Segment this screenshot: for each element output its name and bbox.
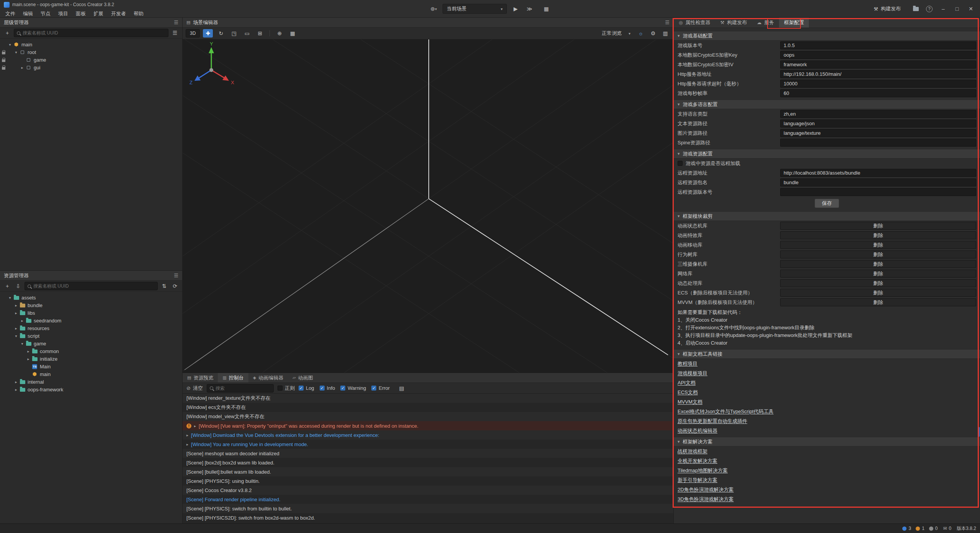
solution-link[interactable]: 新手引导解决方案 [674,475,980,485]
assets-search-input[interactable] [33,283,155,289]
hierarchy-search[interactable] [14,29,168,37]
filter-checkbox[interactable] [340,386,345,391]
expand-arrow-icon[interactable] [19,342,25,346]
doc-link[interactable]: ECS文档 [674,387,980,397]
menu-item[interactable]: 面板 [72,9,90,18]
assets-search[interactable] [24,282,158,290]
log-row[interactable]: [Scene] [PHYSICS]: using builtin. [183,476,673,486]
console-search[interactable] [207,384,274,392]
log-filter-toggle[interactable]: Error [371,385,390,391]
log-counter[interactable]: 3 [902,526,911,531]
lighting-toggle-icon[interactable] [636,29,646,38]
panel-menu-icon[interactable]: ☰ [665,20,670,25]
log-row[interactable]: [Window] You are running Vue in developm… [183,440,673,449]
log-row[interactable]: [Scene] meshopt wasm decoder initialized [183,449,673,458]
help-button[interactable]: ? [926,6,933,12]
log-counter[interactable]: 0 [929,526,938,531]
lock-icon[interactable] [2,59,5,62]
property-input[interactable] [780,188,976,196]
3d-mode-toggle[interactable]: 3D [186,29,200,38]
menu-item[interactable]: 帮助 [130,9,147,18]
property-input[interactable]: framework [780,60,976,69]
move-tool-icon[interactable] [203,29,213,38]
log-expand-arrow-icon[interactable] [186,442,188,446]
property-input[interactable]: zh,en [780,110,976,118]
add-node-button[interactable]: + [3,29,11,37]
property-input[interactable]: language/json [780,119,976,128]
build-publish-button[interactable]: ⚒构建发布 [874,5,901,12]
save-button[interactable]: 保存 [815,199,839,208]
log-row[interactable]: [Window] [Vue warn]: Property "onInput" … [183,421,673,430]
delete-button[interactable]: 删除 [780,222,976,230]
expand-arrow-icon[interactable] [7,296,13,300]
inspector-tab[interactable]: 框架配置 [779,18,809,28]
log-row[interactable]: [Scene] [bullet]:bullet wasm lib loaded. [183,467,673,476]
expand-arrow-icon[interactable] [19,319,25,323]
filter-checkbox[interactable] [371,386,376,391]
expand-arrow-icon[interactable] [13,334,19,338]
doc-link[interactable]: 教程项目 [674,359,980,368]
lock-icon[interactable] [2,52,5,54]
property-input[interactable]: http://192.168.0.150/main/ [780,70,976,78]
menu-item[interactable]: 节点 [37,9,54,18]
log-row[interactable]: [Scene] [PHYSICS]: switch from builtin t… [183,504,673,513]
log-row[interactable]: [Window] ecs文件夹不存在 [183,403,673,412]
tree-row[interactable]: internal [0,378,182,386]
tree-row[interactable]: seedrandom [0,317,182,324]
log-filter-toggle[interactable]: Log [299,385,314,391]
tree-row[interactable]: bundle [0,301,182,309]
delete-button[interactable]: 删除 [780,260,976,268]
log-row[interactable]: [Scene] [box2d]:box2d wasm lib loaded. [183,458,673,467]
scene-viewport[interactable]: Y X Z [183,39,673,373]
rect-tool-icon[interactable] [242,29,252,38]
play-button[interactable]: ▶ [511,4,521,13]
property-input[interactable]: 1.0.5 [780,41,976,49]
delete-button[interactable]: 删除 [780,279,976,287]
menu-item[interactable]: 扩展 [90,9,107,18]
console-tab[interactable]: 资源预览 [183,373,218,383]
section-header-resources[interactable]: 游戏资源配置 [674,149,980,159]
rotate-tool-icon[interactable] [216,29,226,38]
log-expand-arrow-icon[interactable] [194,424,196,428]
log-filter-toggle[interactable]: Warning [340,385,366,391]
filter-icon[interactable]: ☰ [171,29,179,37]
inspector-tab[interactable]: 属性检查器 [674,18,715,28]
log-filter-toggle[interactable]: Info [320,385,335,391]
tree-row[interactable]: assets [0,294,182,301]
log-row[interactable]: [Window] Download the Vue Devtools exten… [183,430,673,440]
console-tab[interactable]: 动画编辑器 [248,373,288,383]
expand-arrow-icon[interactable] [13,311,19,315]
refresh-icon[interactable]: ⟳ [171,282,179,290]
expand-arrow-icon[interactable] [25,357,31,361]
console-tab[interactable]: 动画图 [288,373,317,383]
scene-settings-icon[interactable] [648,29,658,38]
scrollbar-thumb[interactable] [978,427,980,437]
property-input[interactable]: http://localhost:8083/assets/bundle [780,169,976,177]
tree-row[interactable]: root [0,48,182,56]
doc-link[interactable]: MVVM文档 [674,397,980,407]
log-row[interactable]: [Scene] Forward render pipeline initiali… [183,495,673,504]
doc-link[interactable]: 原生包热更新配置自动生成插件 [674,416,980,426]
doc-link[interactable]: 动画状态机编辑器 [674,426,980,435]
view-mode-dropdown[interactable]: 正常浏览▾ [599,29,634,38]
regex-checkbox[interactable] [278,386,283,391]
axis-gizmo[interactable]: Y X Z [183,39,240,97]
tree-row[interactable]: game [0,56,182,64]
panel-menu-icon[interactable]: ☰ [174,20,178,25]
remote-load-checkbox[interactable] [678,161,683,166]
tree-row[interactable]: script [0,332,182,340]
property-input[interactable]: 10000 [780,80,976,88]
filter-checkbox[interactable] [320,386,325,391]
solution-link[interactable]: 战棋游戏框架 [674,446,980,456]
console-search-input[interactable] [216,386,271,391]
property-input[interactable]: language/texture [780,129,976,137]
hierarchy-search-input[interactable] [23,30,165,36]
log-expand-arrow-icon[interactable] [186,433,188,437]
inspector-tab[interactable]: 服务 [752,18,779,28]
property-input[interactable]: 60 [780,89,976,97]
section-header-docs[interactable]: 框架文档工具链接 [674,349,980,359]
layout-button[interactable]: ▦ [541,4,551,13]
log-row[interactable]: [Window] model_view文件夹不存在 [183,412,673,421]
pivot-toggle-icon[interactable] [274,29,284,38]
scene-dropdown[interactable]: 当前场景▾ [443,4,507,14]
